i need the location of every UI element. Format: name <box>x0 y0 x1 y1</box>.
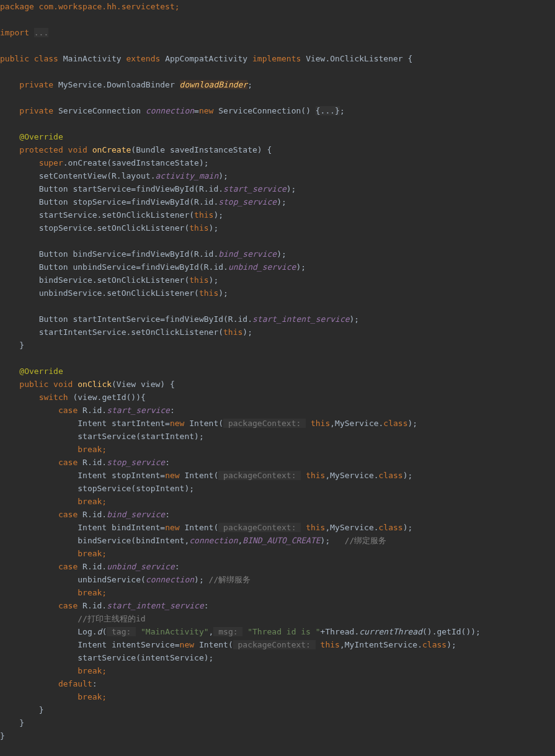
implements-list: View.OnClickListener { <box>306 54 412 63</box>
keyword: private <box>19 80 53 89</box>
keyword: void <box>68 145 87 154</box>
semicolon: ; <box>340 106 345 115</box>
colon: : <box>165 510 170 519</box>
keyword: void <box>53 380 73 389</box>
colon: : <box>165 458 170 467</box>
keyword: class <box>379 523 403 532</box>
string: "Thread id is " <box>247 627 320 636</box>
keyword: break; <box>78 445 107 454</box>
keyword: this <box>223 327 242 337</box>
keyword: case <box>58 601 78 610</box>
keyword: new <box>170 419 184 428</box>
keyword: new <box>165 523 179 532</box>
code: bindService.setOnClickListener( <box>39 275 190 285</box>
code: (view.getId()){ <box>68 393 146 402</box>
id-field: start_intent_service <box>107 601 204 610</box>
code: ); <box>321 536 331 545</box>
code: Button unbindService=findViewById(R.id. <box>39 262 228 272</box>
code: stopService.setOnClickListener( <box>39 223 190 233</box>
keyword: new <box>199 106 213 115</box>
comment: //打印主线程的id <box>78 614 145 623</box>
code: ); <box>218 288 228 298</box>
keyword: protected <box>19 145 63 154</box>
id-field: unbind_service <box>228 262 296 272</box>
colon: : <box>170 406 175 415</box>
keyword: super <box>39 158 63 167</box>
keyword: class <box>383 419 407 428</box>
field-type: ServiceConnection <box>58 106 141 115</box>
equals: = <box>194 106 199 115</box>
id-field: bind_service <box>218 249 277 259</box>
code: ); <box>277 197 286 207</box>
parent-class: AppCompatActivity <box>165 54 247 63</box>
code: R.id. <box>78 510 107 519</box>
keyword: break; <box>78 666 107 675</box>
code-editor[interactable]: package com.workspace.hh.servicetest; im… <box>0 0 555 742</box>
code: ); <box>403 523 413 532</box>
code: ); <box>213 210 223 220</box>
code: .onCreate(savedInstanceState); <box>63 158 209 167</box>
method-onCreate: onCreate <box>92 145 131 154</box>
code: Log. <box>78 627 97 636</box>
keyword: this <box>199 288 218 298</box>
code: Button startService=findViewById(R.id. <box>39 184 223 193</box>
code: ,MyService. <box>330 419 383 428</box>
param-hint: tag: <box>107 627 136 636</box>
keyword: this <box>306 523 325 532</box>
code: startService(intentService); <box>78 653 213 662</box>
brace: } <box>39 705 44 714</box>
code: ); <box>242 327 252 337</box>
folded-region[interactable]: {...} <box>316 106 340 115</box>
params: (Bundle savedInstanceState) { <box>131 145 272 154</box>
keyword: switch <box>39 393 68 402</box>
keyword: package com.workspace.hh.servicetest; <box>0 2 180 11</box>
params: (View view) { <box>112 380 175 389</box>
code: Intent bindIntent= <box>78 523 165 532</box>
static-method: currentThread <box>359 627 422 636</box>
id-field: start_intent_service <box>252 314 350 324</box>
keyword: this <box>189 223 208 233</box>
keyword: extends <box>127 54 161 63</box>
import-keyword: import <box>0 28 29 37</box>
code: R.id. <box>78 562 107 571</box>
keyword: case <box>58 406 78 415</box>
code: ,MyIntentService. <box>340 640 422 649</box>
id-field: start_service <box>107 406 170 415</box>
param-hint: packageContext: <box>223 419 306 428</box>
code: ); <box>350 314 360 324</box>
keyword: new <box>165 471 179 480</box>
class-name: MainActivity <box>63 54 122 63</box>
keyword: public <box>0 54 29 63</box>
code: ); <box>218 171 228 180</box>
code: ); <box>403 471 413 480</box>
code: Intent stopIntent= <box>78 471 165 480</box>
method-onClick: onClick <box>78 380 112 389</box>
keyword: public <box>19 380 48 389</box>
code: ().getId()); <box>422 627 481 636</box>
code: startService(startIntent); <box>78 432 204 441</box>
field-type: MyService.DownloadBinder <box>58 80 175 89</box>
code: ); <box>194 575 208 584</box>
field-connection: connection <box>189 536 238 545</box>
keyword: break; <box>78 497 107 506</box>
code: Button startIntentService=findViewById(R… <box>39 314 252 324</box>
keyword: case <box>58 562 78 571</box>
id-field: bind_service <box>107 510 165 519</box>
keyword: this <box>306 471 325 480</box>
folded-imports[interactable]: ... <box>34 28 48 37</box>
code: ); <box>446 640 456 649</box>
field-connection: connection <box>146 106 194 115</box>
code: ); <box>209 275 219 285</box>
brace: } <box>19 718 24 727</box>
keyword: default <box>58 679 92 688</box>
code: R.id. <box>78 406 107 415</box>
id-field: unbind_service <box>107 562 175 571</box>
keyword: case <box>58 510 78 519</box>
param-hint: packageContext: <box>218 523 301 532</box>
code: Intent( <box>180 471 219 480</box>
code: R.id. <box>78 458 107 467</box>
code: startService.setOnClickListener( <box>39 210 194 220</box>
code: Intent( <box>184 419 223 428</box>
keyword: private <box>19 106 53 115</box>
code: Intent intentService= <box>78 640 179 649</box>
